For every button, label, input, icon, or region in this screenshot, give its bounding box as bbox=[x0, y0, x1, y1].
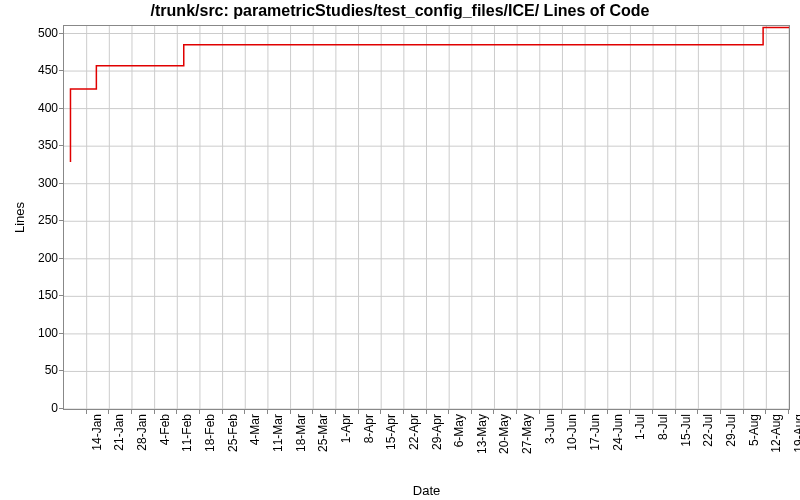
y-tick-label: 500 bbox=[8, 26, 58, 40]
y-tick-mark bbox=[59, 258, 63, 259]
x-tick-label: 28-Jan bbox=[135, 414, 149, 451]
y-tick-mark bbox=[59, 33, 63, 34]
x-tick-label: 15-Apr bbox=[384, 414, 398, 450]
x-tick-mark bbox=[154, 410, 155, 414]
x-tick-label: 20-May bbox=[497, 414, 511, 454]
y-tick-label: 300 bbox=[8, 176, 58, 190]
x-tick-mark bbox=[720, 410, 721, 414]
x-tick-mark bbox=[561, 410, 562, 414]
x-tick-mark bbox=[539, 410, 540, 414]
y-tick-label: 0 bbox=[8, 401, 58, 415]
y-tick-label: 200 bbox=[8, 251, 58, 265]
x-tick-label: 5-Aug bbox=[747, 414, 761, 446]
gridlines-vertical bbox=[87, 26, 789, 409]
x-tick-mark bbox=[697, 410, 698, 414]
x-tick-label: 21-Jan bbox=[112, 414, 126, 451]
y-tick-mark bbox=[59, 108, 63, 109]
x-tick-mark bbox=[493, 410, 494, 414]
x-tick-mark bbox=[358, 410, 359, 414]
x-tick-mark bbox=[652, 410, 653, 414]
y-tick-label: 50 bbox=[8, 363, 58, 377]
series-line bbox=[70, 28, 789, 162]
x-tick-mark bbox=[267, 410, 268, 414]
x-tick-mark bbox=[426, 410, 427, 414]
x-tick-mark bbox=[788, 410, 789, 414]
x-tick-label: 3-Jun bbox=[543, 414, 557, 444]
x-tick-label: 14-Jan bbox=[90, 414, 104, 451]
x-tick-label: 24-Jun bbox=[611, 414, 625, 451]
x-tick-label: 25-Feb bbox=[226, 414, 240, 452]
x-tick-mark bbox=[108, 410, 109, 414]
y-tick-mark bbox=[59, 183, 63, 184]
x-tick-mark bbox=[629, 410, 630, 414]
x-tick-mark bbox=[743, 410, 744, 414]
x-tick-label: 22-Apr bbox=[407, 414, 421, 450]
x-tick-mark bbox=[448, 410, 449, 414]
loc-chart: /trunk/src: parametricStudies/test_confi… bbox=[0, 0, 800, 500]
x-tick-label: 10-Jun bbox=[565, 414, 579, 451]
y-tick-mark bbox=[59, 220, 63, 221]
x-tick-label: 12-Aug bbox=[769, 414, 783, 453]
y-tick-label: 100 bbox=[8, 326, 58, 340]
x-tick-label: 27-May bbox=[520, 414, 534, 454]
x-tick-label: 15-Jul bbox=[679, 414, 693, 447]
x-tick-mark bbox=[244, 410, 245, 414]
y-tick-mark bbox=[59, 408, 63, 409]
x-tick-mark bbox=[222, 410, 223, 414]
plot-svg bbox=[64, 26, 789, 409]
y-tick-label: 400 bbox=[8, 101, 58, 115]
x-axis-title: Date bbox=[63, 483, 790, 498]
x-tick-label: 13-May bbox=[475, 414, 489, 454]
x-tick-mark bbox=[471, 410, 472, 414]
x-tick-mark bbox=[403, 410, 404, 414]
x-tick-label: 29-Jul bbox=[724, 414, 738, 447]
x-tick-mark bbox=[516, 410, 517, 414]
x-tick-label: 17-Jun bbox=[588, 414, 602, 451]
x-tick-mark bbox=[86, 410, 87, 414]
y-tick-mark bbox=[59, 70, 63, 71]
x-tick-mark bbox=[675, 410, 676, 414]
plot-area bbox=[63, 25, 790, 410]
x-tick-label: 1-Apr bbox=[339, 414, 353, 443]
x-tick-label: 19-Aug bbox=[792, 414, 800, 453]
x-tick-label: 6-May bbox=[452, 414, 466, 447]
x-tick-label: 11-Mar bbox=[271, 414, 285, 452]
x-tick-mark bbox=[607, 410, 608, 414]
chart-title: /trunk/src: parametricStudies/test_confi… bbox=[0, 2, 800, 20]
x-tick-mark bbox=[380, 410, 381, 414]
x-tick-label: 8-Apr bbox=[362, 414, 376, 443]
y-tick-mark bbox=[59, 370, 63, 371]
x-tick-mark bbox=[199, 410, 200, 414]
x-tick-label: 4-Mar bbox=[248, 414, 262, 445]
x-tick-mark bbox=[176, 410, 177, 414]
x-tick-mark bbox=[290, 410, 291, 414]
y-tick-label: 150 bbox=[8, 288, 58, 302]
y-tick-label: 350 bbox=[8, 138, 58, 152]
x-tick-label: 11-Feb bbox=[180, 414, 194, 452]
x-tick-mark bbox=[335, 410, 336, 414]
x-tick-label: 18-Feb bbox=[203, 414, 217, 452]
x-tick-label: 29-Apr bbox=[430, 414, 444, 450]
y-tick-mark bbox=[59, 333, 63, 334]
x-tick-mark bbox=[584, 410, 585, 414]
x-tick-label: 18-Mar bbox=[294, 414, 308, 452]
x-tick-label: 1-Jul bbox=[633, 414, 647, 440]
y-tick-mark bbox=[59, 145, 63, 146]
y-tick-label: 250 bbox=[8, 213, 58, 227]
x-tick-mark bbox=[312, 410, 313, 414]
y-tick-mark bbox=[59, 295, 63, 296]
x-tick-label: 25-Mar bbox=[316, 414, 330, 452]
x-tick-mark bbox=[131, 410, 132, 414]
y-tick-label: 450 bbox=[8, 63, 58, 77]
x-tick-label: 4-Feb bbox=[158, 414, 172, 445]
x-tick-label: 8-Jul bbox=[656, 414, 670, 440]
x-tick-mark bbox=[765, 410, 766, 414]
x-tick-label: 22-Jul bbox=[701, 414, 715, 447]
